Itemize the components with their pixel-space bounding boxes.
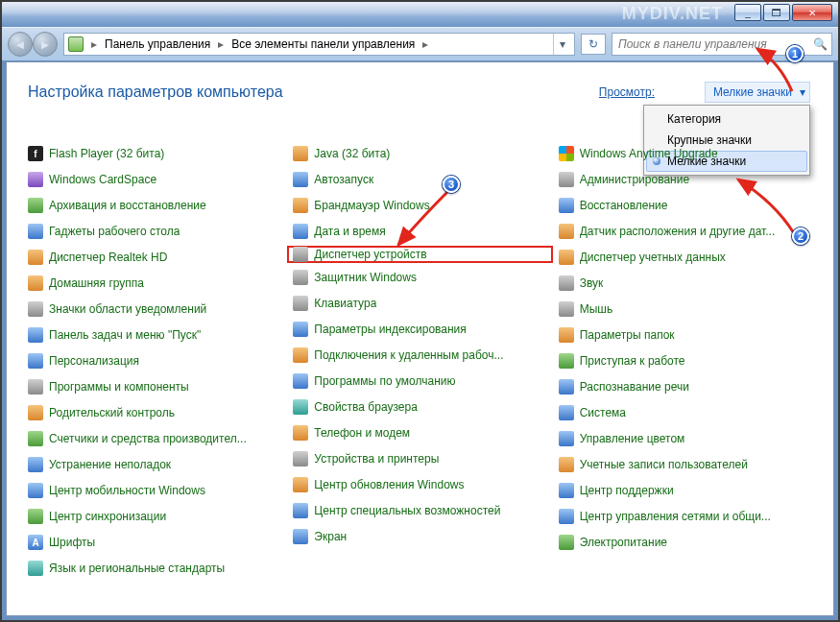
cp-item[interactable]: Параметры папок [559, 326, 812, 344]
item-label: Мышь [580, 302, 613, 316]
cp-item[interactable]: Система [559, 404, 812, 421]
cp-item[interactable]: Счетчики и средства производител... [28, 430, 281, 447]
cp-item[interactable]: Дата и время [293, 223, 546, 240]
device-manager-icon [293, 247, 308, 262]
item-label: Защитник Windows [314, 271, 417, 284]
indexing-icon [293, 322, 308, 337]
item-label: Гаджеты рабочего стола [49, 225, 180, 238]
programs-icon [28, 379, 43, 395]
cp-item[interactable]: Приступая к работе [559, 352, 812, 370]
admin-tools-icon [559, 172, 574, 187]
back-button[interactable]: ◄ [8, 32, 33, 57]
maximize-button[interactable]: 🗖 [763, 4, 790, 21]
item-label: Значки области уведомлений [49, 302, 206, 316]
cp-item[interactable]: Диспетчер Realtek HD [28, 249, 281, 266]
cp-item[interactable]: Java (32 бита) [293, 145, 546, 162]
item-label: Программы по умолчанию [314, 374, 455, 388]
forward-button[interactable]: ► [33, 32, 58, 57]
item-label: Экран [314, 530, 347, 543]
sound-icon [559, 275, 574, 291]
cp-item[interactable]: fFlash Player (32 бита) [28, 145, 281, 162]
item-label: Телефон и модем [314, 426, 410, 440]
cp-item[interactable]: Администрирование [559, 171, 812, 188]
cp-item[interactable]: Windows Anytime Upgrade [559, 145, 812, 162]
cp-item[interactable]: Параметры индексирования [293, 321, 546, 338]
cp-item[interactable]: Учетные записи пользователей [559, 456, 812, 473]
cp-item[interactable]: Устранение неполадок [28, 456, 281, 473]
mouse-icon [559, 301, 574, 317]
item-label: Программы и компоненты [49, 380, 189, 394]
gadgets-icon [28, 224, 43, 239]
cp-item[interactable]: Значки области уведомлений [28, 300, 281, 318]
cp-item[interactable]: Центр обновления Windows [293, 476, 546, 493]
minimize-button[interactable]: _ [734, 4, 761, 21]
cp-item[interactable]: Клавиатура [293, 295, 546, 312]
annotation-badge-1: 1 [786, 45, 804, 62]
item-label: Свойства браузера [314, 400, 418, 414]
search-input[interactable] [616, 36, 813, 52]
cp-item-device-manager[interactable]: Диспетчер устройств [287, 246, 552, 263]
cp-item[interactable]: Центр поддержки [559, 482, 812, 499]
taskbar-icon [28, 327, 43, 343]
item-label: Звук [580, 276, 604, 290]
cp-item[interactable]: Устройства и принтеры [293, 450, 546, 467]
address-history-dropdown[interactable]: ▾ [553, 34, 570, 55]
getting-started-icon [559, 353, 574, 369]
cp-item[interactable]: Звук [559, 275, 812, 292]
address-bar[interactable]: ▸ Панель управления ▸ Все элементы панел… [63, 33, 575, 56]
breadcrumb-sep: ▸ [89, 37, 99, 51]
cp-item[interactable]: Экран [293, 528, 546, 545]
cp-item[interactable]: Электропитание [559, 534, 812, 551]
item-label: Распознавание речи [580, 380, 689, 394]
cp-item[interactable]: Центр специальных возможностей [293, 502, 546, 519]
cp-item[interactable]: Панель задач и меню "Пуск" [28, 326, 281, 344]
nav-buttons: ◄ ► [8, 32, 58, 57]
item-label: Домашняя группа [49, 276, 144, 290]
cp-item[interactable]: Управление цветом [559, 430, 812, 447]
cp-item[interactable]: Программы по умолчанию [293, 372, 546, 390]
cp-item[interactable]: Подключения к удаленным рабоч... [293, 347, 546, 364]
cp-item[interactable]: Распознавание речи [559, 378, 812, 395]
item-label: Электропитание [580, 536, 667, 549]
item-label: Центр управления сетями и общи... [580, 510, 771, 523]
tray-icon [28, 301, 43, 317]
cp-item[interactable]: Язык и региональные стандарты [28, 560, 281, 577]
view-menu-category[interactable]: Категория [646, 108, 807, 130]
refresh-button[interactable]: ↻ [581, 34, 606, 55]
troubleshoot-icon [28, 457, 43, 472]
keyboard-icon [293, 296, 308, 311]
cp-item[interactable]: Восстановление [559, 197, 812, 214]
cardspace-icon [28, 172, 43, 187]
cp-item[interactable]: Центр управления сетями и общи... [559, 508, 812, 525]
cp-item[interactable]: Родительский контроль [28, 404, 281, 421]
cp-item[interactable]: Персонализация [28, 352, 281, 370]
sync-icon [28, 509, 43, 524]
cp-item[interactable]: AШрифты [28, 534, 281, 551]
cp-item[interactable]: Архивация и восстановление [28, 197, 281, 214]
cp-item[interactable]: Защитник Windows [293, 269, 546, 286]
cp-item[interactable]: Центр мобильности Windows [28, 482, 281, 499]
cp-item[interactable]: Мышь [559, 300, 812, 318]
cp-item[interactable]: Windows CardSpace [28, 171, 281, 188]
view-dropdown[interactable]: Мелкие значки [705, 82, 810, 103]
cp-item[interactable]: Центр синхронизации [28, 508, 281, 525]
cp-item[interactable]: Автозапуск [293, 171, 546, 188]
cp-item[interactable]: Датчик расположения и другие дат... [559, 223, 812, 240]
cp-item[interactable]: Свойства браузера [293, 398, 546, 416]
cp-item[interactable]: Домашняя группа [28, 275, 281, 292]
close-button[interactable]: ✕ [792, 4, 832, 21]
items-column-1: fFlash Player (32 бита) Windows CardSpac… [28, 145, 281, 600]
cp-item[interactable]: Программы и компоненты [28, 378, 281, 395]
breadcrumb-root[interactable]: Панель управления [105, 37, 210, 51]
cp-item[interactable]: Гаджеты рабочего стола [28, 223, 281, 240]
cp-item[interactable]: Брандмауэр Windows [293, 197, 546, 214]
action-center-icon [559, 483, 574, 498]
title-bar: MYDIV.NET _ 🗖 ✕ [2, 2, 838, 27]
firewall-icon [293, 198, 308, 213]
cp-item[interactable]: Диспетчер учетных данных [559, 249, 812, 266]
item-label: Центр синхронизации [49, 510, 166, 523]
items-column-2: Java (32 бита) Автозапуск Брандмауэр Win… [293, 145, 546, 600]
datetime-icon [293, 224, 308, 239]
breadcrumb-current[interactable]: Все элементы панели управления [231, 37, 415, 51]
cp-item[interactable]: Телефон и модем [293, 424, 546, 442]
